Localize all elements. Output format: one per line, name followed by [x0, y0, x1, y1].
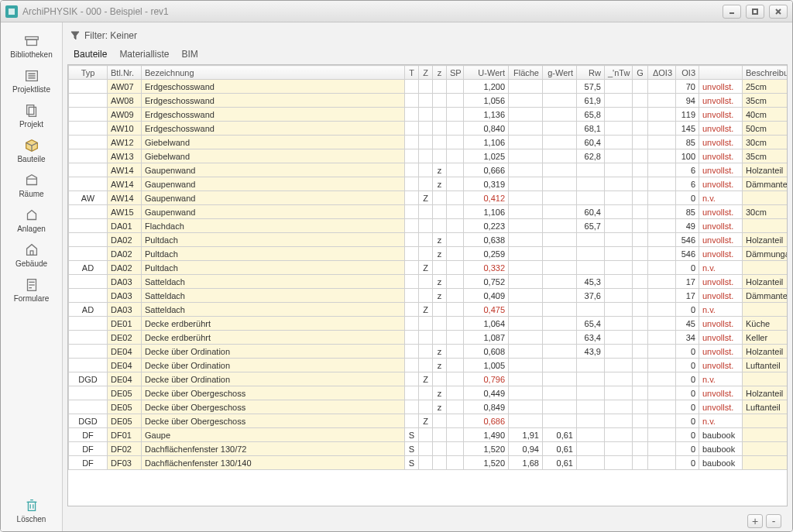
cell-nr[interactable]: DA02 [108, 261, 142, 275]
cell-oi3s[interactable]: baubook [699, 442, 743, 456]
cell-G[interactable] [633, 414, 648, 428]
cell-T[interactable] [405, 191, 419, 205]
cell-rw[interactable] [577, 261, 605, 275]
table-row[interactable]: ADDA02PultdachZ0,3320n.v. [69, 261, 788, 275]
cell-T[interactable] [405, 80, 419, 94]
cell-G[interactable] [633, 163, 648, 177]
col-fl[interactable]: Fläche [509, 66, 543, 80]
sidebar-item-projektliste[interactable]: Projektliste [5, 67, 59, 94]
cell-oi3[interactable]: 0 [676, 303, 699, 317]
cell-Z[interactable] [419, 149, 433, 163]
cell-G[interactable] [633, 386, 648, 400]
cell-oi3[interactable]: 100 [676, 149, 699, 163]
cell-Z[interactable]: Z [419, 414, 433, 428]
cell-nr[interactable]: DE04 [108, 372, 142, 386]
cell-SP[interactable] [447, 122, 464, 136]
cell-z[interactable]: z [433, 359, 447, 372]
cell-gw[interactable] [543, 108, 577, 122]
cell-oi3s[interactable]: unvollst. [699, 149, 743, 163]
cell-oi3s[interactable]: unvollst. [699, 275, 743, 289]
cell-nr[interactable]: DA01 [108, 219, 142, 233]
cell-SP[interactable] [447, 80, 464, 94]
table-row[interactable]: AW12Giebelwand1,10660,485unvollst.30cm [69, 136, 788, 149]
cell-fl[interactable] [509, 149, 543, 163]
cell-T[interactable] [405, 247, 419, 261]
cell-Z[interactable] [419, 345, 433, 359]
cell-oi3[interactable]: 6 [676, 177, 699, 191]
cell-oi3s[interactable]: unvollst. [699, 359, 743, 372]
tab-materialliste[interactable]: Materialliste [118, 47, 170, 61]
cell-uw[interactable]: 1,087 [464, 331, 509, 345]
cell-T[interactable] [405, 386, 419, 400]
cell-bez[interactable]: Decke über Obergeschoss [142, 400, 405, 414]
cell-Z[interactable]: Z [419, 261, 433, 275]
cell-z[interactable] [433, 136, 447, 149]
cell-Z[interactable] [419, 233, 433, 247]
table-row[interactable]: AWAW14GaupenwandZ0,4120n.v. [69, 191, 788, 205]
cell-uw[interactable]: 0,686 [464, 414, 509, 428]
cell-ntw[interactable] [605, 275, 633, 289]
cell-rw[interactable]: 65,4 [577, 317, 605, 331]
cell-bez[interactable]: Gaupenwand [142, 177, 405, 191]
cell-bez[interactable]: Pultdach [142, 261, 405, 275]
cell-besch[interactable] [743, 456, 788, 470]
cell-gw[interactable] [543, 233, 577, 247]
table-row[interactable]: AW10Erdgeschosswand0,84068,1145unvollst.… [69, 122, 788, 136]
cell-oi3[interactable]: 0 [676, 372, 699, 386]
cell-z[interactable] [433, 442, 447, 456]
cell-oi3[interactable]: 17 [676, 289, 699, 303]
cell-Z[interactable] [419, 177, 433, 191]
cell-z[interactable] [433, 205, 447, 219]
cell-fl[interactable] [509, 359, 543, 372]
cell-oi3s[interactable]: unvollst. [699, 122, 743, 136]
cell-oi3s[interactable]: unvollst. [699, 317, 743, 331]
cell-besch[interactable]: Keller [743, 331, 788, 345]
table-row[interactable]: DA03Satteldachz0,40937,617unvollst.Dämma… [69, 289, 788, 303]
cell-doi[interactable] [648, 80, 676, 94]
cell-gw[interactable] [543, 122, 577, 136]
cell-ntw[interactable] [605, 414, 633, 428]
cell-SP[interactable] [447, 233, 464, 247]
cell-ntw[interactable] [605, 331, 633, 345]
cell-uw[interactable]: 1,005 [464, 359, 509, 372]
cell-fl[interactable] [509, 386, 543, 400]
cell-G[interactable] [633, 345, 648, 359]
cell-T[interactable] [405, 261, 419, 275]
cell-Z[interactable] [419, 94, 433, 108]
cell-z[interactable] [433, 414, 447, 428]
cell-nr[interactable]: DA03 [108, 303, 142, 317]
cell-uw[interactable]: 1,490 [464, 428, 509, 442]
cell-fl[interactable] [509, 219, 543, 233]
cell-fl[interactable] [509, 247, 543, 261]
cell-oi3s[interactable]: n.v. [699, 261, 743, 275]
cell-ntw[interactable] [605, 317, 633, 331]
cell-G[interactable] [633, 94, 648, 108]
cell-besch[interactable]: Dämmunga [743, 247, 788, 261]
cell-rw[interactable] [577, 414, 605, 428]
cell-T[interactable] [405, 289, 419, 303]
cell-SP[interactable] [447, 372, 464, 386]
cell-typ[interactable] [69, 345, 108, 359]
cell-fl[interactable]: 1,68 [509, 456, 543, 470]
cell-uw[interactable]: 1,106 [464, 136, 509, 149]
cell-gw[interactable]: 0,61 [543, 456, 577, 470]
table-row[interactable]: DE02Decke erdberührt1,08763,434unvollst.… [69, 331, 788, 345]
cell-oi3[interactable]: 34 [676, 331, 699, 345]
table-row[interactable]: AW14Gaupenwandz0,6666unvollst.Holzanteil [69, 163, 788, 177]
cell-fl[interactable] [509, 261, 543, 275]
cell-T[interactable] [405, 163, 419, 177]
cell-SP[interactable] [447, 136, 464, 149]
cell-gw[interactable] [543, 345, 577, 359]
sidebar-item-bibliotheken[interactable]: Bibliotheken [5, 32, 59, 59]
cell-nr[interactable]: DE05 [108, 386, 142, 400]
cell-SP[interactable] [447, 414, 464, 428]
cell-doi[interactable] [648, 247, 676, 261]
cell-nr[interactable]: AW12 [108, 136, 142, 149]
col-oi3[interactable]: OI3 [676, 66, 699, 80]
cell-rw[interactable] [577, 191, 605, 205]
table-row[interactable]: DE05Decke über Obergeschossz0,8490unvoll… [69, 400, 788, 414]
cell-SP[interactable] [447, 108, 464, 122]
cell-ntw[interactable] [605, 345, 633, 359]
col-SP[interactable]: SP [447, 66, 464, 80]
cell-G[interactable] [633, 108, 648, 122]
